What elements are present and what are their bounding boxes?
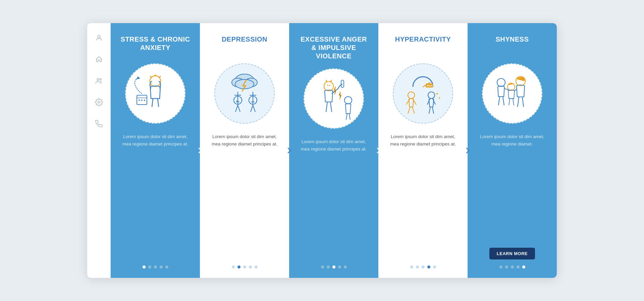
svg-line-46 — [429, 107, 430, 114]
svg-line-32 — [346, 114, 347, 120]
svg-point-27 — [324, 81, 333, 91]
chevron-stress — [194, 144, 206, 157]
svg-line-55 — [513, 99, 514, 105]
settings-icon[interactable] — [94, 97, 104, 108]
panel-hyperactivity-desc: Lorem ipsum dolor sit dim amet, mea regi… — [386, 133, 460, 259]
dot-1[interactable] — [499, 265, 502, 268]
dot-3[interactable] — [332, 265, 335, 268]
panel-depression-title: DEPRESSION — [222, 35, 267, 55]
panel-stress-dots — [143, 265, 168, 268]
panel-hyperactivity-title: HYPERACTIVITY — [395, 35, 451, 55]
learn-more-button[interactable]: LEARN MORE — [489, 248, 535, 259]
svg-line-25 — [251, 105, 253, 112]
chevron-depression — [283, 144, 295, 157]
dot-2[interactable] — [416, 265, 419, 268]
dot-2[interactable] — [327, 265, 330, 268]
svg-line-9 — [158, 99, 159, 107]
panel-stress: STRESS & CHRONIC ANXIETY — [111, 23, 200, 278]
dot-3[interactable] — [243, 265, 246, 268]
dot-5[interactable] — [522, 265, 525, 268]
dot-4[interactable] — [517, 265, 520, 268]
dot-3[interactable] — [154, 265, 157, 268]
svg-line-54 — [509, 99, 510, 105]
panel-hyperactivity-dots — [410, 265, 436, 268]
svg-text:✦: ✦ — [435, 92, 439, 96]
panel-anger-illustration — [304, 68, 364, 129]
svg-point-31 — [344, 97, 352, 104]
dot-1[interactable] — [232, 265, 235, 268]
dot-5[interactable] — [433, 265, 436, 268]
svg-line-8 — [152, 99, 153, 107]
dot-5[interactable] — [165, 265, 168, 268]
panel-stress-desc: Lorem ipsum dolor sit dim amet, mea regi… — [119, 133, 192, 259]
svg-line-51 — [518, 97, 519, 107]
svg-line-26 — [253, 105, 255, 112]
chevron-anger — [372, 144, 384, 157]
svg-point-0 — [98, 35, 100, 38]
dot-3[interactable] — [422, 265, 425, 268]
dot-4[interactable] — [160, 265, 163, 268]
svg-point-2 — [100, 79, 101, 80]
dot-3[interactable] — [511, 265, 514, 268]
chevron-hyperactivity — [462, 144, 474, 157]
panel-shyness: SHYNESS — [468, 23, 557, 278]
svg-line-57 — [498, 97, 500, 105]
dot-4[interactable] — [427, 265, 430, 268]
home-icon[interactable] — [94, 54, 104, 65]
sidebar — [87, 23, 111, 278]
svg-line-42 — [412, 107, 415, 114]
svg-line-47 — [432, 107, 434, 114]
svg-marker-15 — [136, 76, 140, 79]
panel-hyperactivity-illustration: MAX MAX — [393, 63, 453, 124]
panel-anger-title: EXCESSIVE ANGER & IMPULSIVE VIOLENCE — [301, 35, 367, 60]
svg-line-23 — [238, 105, 240, 112]
phone-icon[interactable] — [94, 118, 104, 129]
svg-line-58 — [503, 97, 504, 105]
panel-shyness-title: SHYNESS — [495, 35, 529, 55]
svg-point-56 — [497, 78, 505, 86]
user-icon[interactable] — [94, 33, 104, 43]
svg-point-1 — [97, 78, 99, 80]
svg-line-33 — [349, 114, 350, 120]
dot-5[interactable] — [255, 265, 258, 268]
app-container: STRESS & CHRONIC ANXIETY — [87, 23, 557, 278]
svg-rect-28 — [341, 80, 344, 87]
svg-text:MAX: MAX — [427, 84, 433, 87]
svg-point-38 — [408, 92, 415, 99]
svg-point-14 — [144, 100, 145, 101]
svg-text:✦: ✦ — [438, 96, 441, 100]
panel-depression-desc: Lorem ipsum dolor sit dim amet, mea regi… — [208, 133, 281, 259]
panel-hyperactivity: HYPERACTIVITY MAX MAX — [378, 23, 468, 278]
panel-stress-illustration — [125, 63, 185, 124]
people-icon[interactable] — [94, 75, 104, 86]
svg-line-7 — [159, 76, 161, 77]
svg-point-21 — [236, 101, 237, 102]
dot-2[interactable] — [505, 265, 508, 268]
panel-anger: EXCESSIVE ANGER & IMPULSIVE VIOLENCE — [289, 23, 378, 278]
svg-point-12 — [139, 100, 140, 101]
svg-line-30 — [330, 102, 332, 112]
svg-point-3 — [98, 101, 100, 103]
dot-1[interactable] — [321, 265, 324, 268]
dot-2[interactable] — [237, 265, 240, 268]
panel-stress-title: STRESS & CHRONIC ANXIETY — [121, 35, 190, 55]
dot-4[interactable] — [338, 265, 341, 268]
svg-line-22 — [235, 105, 238, 112]
svg-point-43 — [428, 92, 435, 99]
panel-anger-dots — [321, 265, 347, 268]
svg-point-13 — [141, 100, 143, 101]
dot-1[interactable] — [143, 265, 146, 268]
panel-shyness-dots — [499, 265, 525, 268]
svg-line-52 — [522, 97, 524, 107]
dot-2[interactable] — [148, 265, 151, 268]
dot-4[interactable] — [249, 265, 252, 268]
panel-shyness-illustration — [482, 63, 542, 124]
svg-line-41 — [408, 107, 410, 114]
dot-5[interactable] — [344, 265, 347, 268]
panel-depression: DEPRESSION — [200, 23, 289, 278]
dot-1[interactable] — [410, 265, 413, 268]
panel-depression-illustration — [214, 63, 275, 124]
svg-line-29 — [326, 102, 327, 112]
panel-anger-desc: Lorem ipsum dolor sit dim amet, mea regi… — [297, 138, 370, 259]
panel-shyness-desc: Lorem ipsum dolor sit dim amet, mea regi… — [476, 133, 549, 244]
